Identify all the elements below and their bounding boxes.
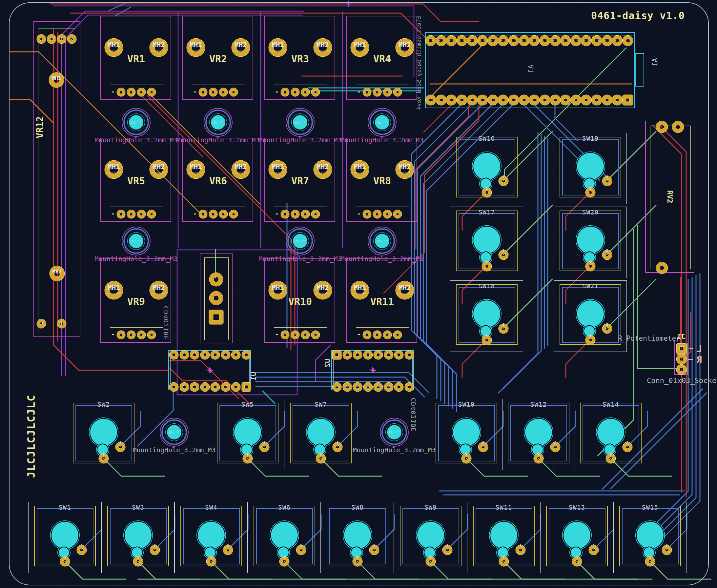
ic-pin-top[interactable] — [364, 351, 372, 359]
mounting-hole[interactable]: REF** — [380, 418, 409, 447]
switch-plunger-hole[interactable] — [525, 419, 552, 446]
ic-pin-bottom[interactable] — [333, 383, 341, 391]
switch-footprint-SW12[interactable]: SW1221 — [502, 399, 575, 470]
potentiometer-footprint-VR9[interactable]: VR9MH1MH2-1234 — [100, 258, 171, 343]
ic-pin-bottom[interactable] — [374, 383, 382, 391]
mounting-hole[interactable]: REF** — [368, 108, 397, 137]
switch-plunger-hole[interactable] — [90, 419, 117, 446]
switch-plunger-hole[interactable] — [597, 419, 624, 446]
switch-footprint-SW4[interactable]: SW421 — [174, 502, 248, 573]
mounting-hole[interactable]: REF** — [122, 108, 151, 137]
switch-plunger-hole[interactable] — [453, 419, 480, 446]
ic-pin-bottom[interactable] — [170, 383, 178, 391]
switch-plunger-hole[interactable] — [417, 522, 444, 549]
potentiometer-footprint-VR11[interactable]: VR11MH1MH2-1234 — [346, 258, 417, 343]
ic-pin-top[interactable] — [343, 351, 352, 359]
switch-plunger-hole[interactable] — [577, 153, 604, 180]
mounting-hole[interactable]: REF** — [204, 108, 233, 137]
switch-footprint-SW19[interactable]: SW1921 — [554, 133, 627, 204]
switch-footprint-SW17[interactable]: SW1721 — [450, 207, 523, 278]
ic-pin-top[interactable] — [333, 351, 341, 359]
ic-pin-bottom[interactable] — [353, 383, 362, 391]
potentiometer-footprint-VR7[interactable]: VR7MH1MH2-1234 — [265, 138, 335, 222]
switch-footprint-SW3[interactable]: SW321 — [101, 502, 174, 573]
switch-plunger-hole[interactable] — [490, 522, 517, 549]
switch-plunger-hole[interactable] — [51, 522, 78, 549]
ic-pin-top[interactable] — [222, 351, 230, 359]
ic-pin-bottom[interactable] — [232, 383, 240, 391]
switch-plunger-hole[interactable] — [473, 227, 500, 253]
potentiometer-footprint-VR8[interactable]: VR8MH1MH2-1234 — [346, 138, 417, 222]
switch-plunger-hole[interactable] — [271, 522, 298, 549]
switch-plunger-hole[interactable] — [473, 300, 500, 327]
ic-pin-top[interactable] — [190, 351, 199, 359]
ic-pin-top[interactable] — [170, 351, 178, 359]
switch-footprint-SW11[interactable]: SW1121 — [467, 502, 540, 573]
ic-pin-top[interactable] — [374, 351, 382, 359]
switch-plunger-hole[interactable] — [307, 419, 334, 446]
potentiometer-footprint-VR2[interactable]: VR2MH1MH2-1234 — [182, 16, 253, 100]
mounting-hole[interactable]: REF** — [368, 227, 397, 255]
potentiometer-footprint-VR4[interactable]: VR4MH1MH2-1234 — [346, 16, 417, 100]
ic-pin-bottom[interactable] — [405, 383, 414, 391]
potentiometer-footprint-VR10[interactable]: VR10MH1MH2-1234 — [265, 258, 335, 343]
switch-footprint-SW2[interactable]: SW221 — [67, 399, 140, 470]
trimpot-footprint[interactable]: 321 — [200, 253, 233, 343]
mounting-hole[interactable]: REF** — [286, 227, 315, 255]
potentiometer-footprint-VR5[interactable]: VR5MH1MH2-1234 — [100, 138, 171, 222]
switch-footprint-SW18[interactable]: SW1821 — [450, 280, 523, 352]
ic-pin-top[interactable] — [353, 351, 362, 359]
ic-pin-bottom[interactable] — [242, 383, 251, 391]
switch-plunger-hole[interactable] — [577, 300, 604, 327]
ic-pin-top[interactable] — [405, 351, 414, 359]
switch-plunger-hole[interactable] — [473, 153, 500, 180]
ic-pin-top[interactable] — [180, 351, 189, 359]
ic-pin-top[interactable] — [232, 351, 240, 359]
switch-footprint-SW6[interactable]: SW621 — [248, 502, 321, 573]
switch-footprint-SW10[interactable]: SW1021 — [430, 399, 503, 470]
switch-footprint-SW8[interactable]: SW821 — [321, 502, 394, 573]
switch-footprint-SW16[interactable]: SW1621 — [450, 133, 523, 204]
ic-socket-U1[interactable] — [168, 350, 251, 390]
switch-plunger-hole[interactable] — [564, 522, 590, 549]
potentiometer-footprint-VR1[interactable]: VR1MH1MH2-1234 — [100, 16, 171, 100]
ic-pin-bottom[interactable] — [343, 383, 352, 391]
ic-pin-top[interactable] — [211, 351, 219, 359]
ic-pin-bottom[interactable] — [395, 383, 403, 391]
switch-footprint-SW20[interactable]: SW2021 — [554, 207, 627, 278]
potentiometer-footprint-VR6[interactable]: VR6MH1MH2-1234 — [182, 138, 253, 222]
ic-pin-bottom[interactable] — [201, 383, 209, 391]
connector-J1[interactable]: 123 — [674, 341, 689, 375]
ic-pin-top[interactable] — [201, 351, 209, 359]
ic-pin-top[interactable] — [395, 351, 403, 359]
switch-footprint-SW13[interactable]: SW1321 — [540, 502, 613, 573]
ic-pin-bottom[interactable] — [222, 383, 230, 391]
switch-plunger-hole[interactable] — [198, 522, 225, 549]
pcb-canvas[interactable]: SW1621SW1921SW1721SW2021SW1821SW2121SW22… — [0, 0, 717, 588]
switch-footprint-SW7[interactable]: SW721 — [284, 399, 357, 470]
switch-plunger-hole[interactable] — [344, 522, 371, 549]
slide-potentiometer-VR12[interactable]: L1L212MH1MH2L33 — [34, 21, 80, 337]
switch-plunger-hole[interactable] — [637, 522, 663, 549]
switch-plunger-hole[interactable] — [577, 227, 604, 253]
ic-pin-bottom[interactable] — [190, 383, 199, 391]
ic-pin-bottom[interactable] — [384, 383, 393, 391]
ic-pin-bottom[interactable] — [180, 383, 189, 391]
mounting-hole[interactable]: REF** — [160, 418, 189, 447]
switch-footprint-SW9[interactable]: SW921 — [394, 502, 467, 573]
mounting-hole[interactable]: REF** — [122, 227, 151, 255]
ic-pin-top[interactable] — [384, 351, 393, 359]
switch-footprint-SW21[interactable]: SW2121 — [554, 280, 627, 352]
switch-plunger-hole[interactable] — [234, 419, 261, 446]
switch-footprint-SW5[interactable]: SW521 — [211, 399, 284, 470]
ic-pin-bottom[interactable] — [364, 383, 372, 391]
switch-footprint-SW1[interactable]: SW121 — [28, 502, 101, 573]
footprint-layer[interactable]: SW1621SW1921SW1721SW2021SW1821SW2121SW22… — [0, 0, 717, 588]
ic-pin-bottom[interactable] — [211, 383, 219, 391]
mounting-hole[interactable]: REF** — [286, 108, 315, 137]
switch-footprint-SW14[interactable]: SW1421 — [574, 399, 647, 470]
potentiometer-footprint-VR3[interactable]: VR3MH1MH2-1234 — [265, 16, 335, 100]
switch-plunger-hole[interactable] — [125, 522, 151, 549]
ic-pin-top[interactable] — [242, 351, 251, 359]
ic-socket-U2[interactable] — [331, 350, 414, 390]
